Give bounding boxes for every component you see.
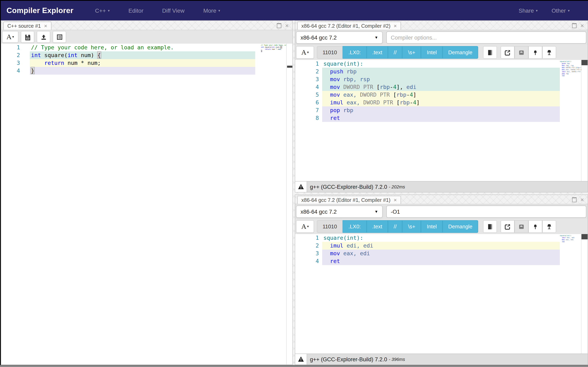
line-number: 8 — [295, 114, 322, 122]
asm-code[interactable]: 1square(int):2 imul edi, edi3 mov eax, e… — [295, 234, 588, 265]
maximize-icon[interactable] — [572, 23, 577, 28]
line-number: 3 — [295, 75, 322, 83]
tree-view-button[interactable] — [528, 220, 542, 233]
lamp-button[interactable] — [542, 46, 556, 59]
nav-item-other[interactable]: Other▾ — [545, 1, 577, 20]
close-icon[interactable]: × — [580, 197, 584, 202]
examples-list-button[interactable] — [53, 31, 66, 43]
filter-labels[interactable]: .LX0: — [343, 220, 366, 233]
filter-demangle[interactable]: Demangle — [442, 220, 478, 233]
minimap[interactable]: // Type your code here, or load an examp… — [261, 44, 288, 52]
minimap[interactable]: square(int): imul edi, edi mov eax, edi … — [560, 234, 582, 243]
asm-output-editor[interactable]: 1square(int):2 imul edi, edi3 mov eax, e… — [295, 234, 588, 354]
filter-comments[interactable]: // — [388, 220, 402, 233]
code-line[interactable]: 1square(int): — [295, 234, 560, 242]
nav-item-diff-view[interactable]: Diff View — [153, 1, 194, 20]
tab-close-icon[interactable]: × — [394, 24, 397, 28]
load-file-button[interactable] — [37, 31, 50, 43]
tab-close-icon[interactable]: × — [394, 198, 397, 202]
filter-whitespace[interactable]: \s+ — [402, 46, 421, 59]
filter-binary[interactable]: 11010 — [317, 220, 343, 233]
libraries-button[interactable] — [483, 220, 497, 233]
code-line[interactable]: 6 imul eax, DWORD PTR [rbp-4] — [295, 99, 560, 106]
code-line[interactable]: 1square(int): — [295, 60, 560, 68]
filter-labels[interactable]: .LX0: — [343, 46, 366, 59]
nav-item-editor[interactable]: Editor — [119, 1, 153, 20]
book-icon — [487, 223, 493, 230]
code-line[interactable]: 3 return num * num; — [1, 59, 255, 67]
compiler-options-input[interactable] — [386, 31, 586, 44]
code-line[interactable]: 8 ret — [295, 114, 560, 122]
compiler-select[interactable]: x86-64 gcc 7.2 ▼ — [296, 31, 383, 44]
source-code[interactable]: 1// Type your code here, or load an exam… — [1, 44, 292, 75]
scrollbar-slider[interactable] — [581, 60, 588, 65]
tree-view-button[interactable] — [528, 46, 542, 59]
asm-code[interactable]: 1square(int):2 push rbp3 mov rbp, rsp4 m… — [295, 60, 588, 122]
caret-down-icon: ▾ — [108, 8, 110, 13]
filter-binary[interactable]: 11010 — [317, 46, 343, 59]
compiler-select[interactable]: x86-64 gcc 7.2 ▼ — [296, 206, 383, 218]
scrollbar[interactable] — [581, 234, 588, 354]
maximize-icon[interactable] — [277, 23, 281, 28]
nav-item-more[interactable]: More▾ — [194, 1, 229, 20]
warning-button[interactable] — [295, 354, 307, 365]
code-line[interactable]: 3 mov eax, edi — [295, 250, 560, 257]
code-line[interactable]: 4} — [1, 67, 255, 75]
minimap[interactable]: square(int): push rbp mov rbp, rsp mov D… — [560, 60, 582, 77]
close-icon[interactable]: × — [285, 23, 289, 28]
code-line[interactable]: 4 mov DWORD PTR [rbp-4], edi — [295, 83, 560, 91]
font-size-button[interactable]: A▾ — [296, 46, 314, 59]
maximize-icon[interactable] — [572, 197, 577, 202]
dropdown-arrow-icon: ▼ — [374, 35, 378, 40]
code-line[interactable]: 3 mov rbp, rsp — [295, 75, 560, 83]
timing-button[interactable] — [515, 46, 528, 59]
window-controls: × — [572, 23, 588, 30]
filter-directives[interactable]: .text — [366, 46, 388, 59]
dropdown-arrow-icon: ▼ — [374, 210, 378, 214]
filter-demangle[interactable]: Demangle — [442, 46, 478, 59]
filter-intel[interactable]: Intel — [421, 46, 442, 59]
compiler-options-input[interactable] — [386, 206, 586, 218]
tab-label: C++ source #1 — [7, 23, 41, 29]
filter-intel[interactable]: Intel — [421, 220, 442, 233]
filter-directives[interactable]: .text — [366, 220, 388, 233]
code-line[interactable]: 1// Type your code here, or load an exam… — [1, 44, 255, 51]
warning-icon — [298, 356, 304, 363]
caret-down-icon: ▾ — [536, 8, 538, 13]
source-editor[interactable]: 1// Type your code here, or load an exam… — [1, 44, 292, 365]
floppy-icon — [24, 34, 31, 40]
code-line[interactable]: 2int square(int num) { — [1, 51, 255, 59]
close-icon[interactable]: × — [580, 23, 584, 28]
font-size-button[interactable]: A▾ — [2, 31, 18, 43]
timing-button[interactable] — [515, 220, 528, 233]
tab-close-icon[interactable]: × — [44, 24, 47, 28]
line-number: 6 — [295, 99, 322, 106]
nav-item-share[interactable]: Share▾ — [512, 1, 545, 20]
save-button[interactable] — [21, 31, 34, 43]
font-size-button[interactable]: A▾ — [296, 220, 314, 233]
nav-item-c-[interactable]: C++▾ — [86, 1, 119, 20]
code-line[interactable]: 7 pop rbp — [295, 106, 560, 114]
code-line[interactable]: 5 mov eax, DWORD PTR [rbp-4] — [295, 91, 560, 99]
code-line[interactable]: 4 ret — [295, 257, 560, 265]
code-line[interactable]: 2 imul edi, edi — [295, 242, 560, 250]
scrollbar[interactable] — [286, 44, 292, 365]
line-number: 2 — [295, 68, 322, 75]
open-new-window-button[interactable] — [501, 46, 515, 59]
compiler1-filter-toolbar: A▾ 11010.LX0:.text//\s+IntelDemangle — [295, 219, 588, 234]
open-new-window-button[interactable] — [501, 220, 515, 233]
scrollbar-slider[interactable] — [581, 234, 588, 239]
scrollbar[interactable] — [581, 60, 588, 181]
filter-comments[interactable]: // — [388, 46, 402, 59]
scale-icon — [518, 223, 525, 230]
filter-whitespace[interactable]: \s+ — [402, 220, 421, 233]
app-title: Compiler Explorer — [7, 6, 73, 15]
lamp-button[interactable] — [542, 220, 556, 233]
tab-compiler-2[interactable]: x86-64 gcc 7.2 (Editor #1, Compiler #2) … — [297, 22, 401, 30]
tab-compiler-1[interactable]: x86-64 gcc 7.2 (Editor #1, Compiler #1) … — [297, 196, 401, 204]
asm-output-editor[interactable]: 1square(int):2 push rbp3 mov rbp, rsp4 m… — [295, 60, 588, 181]
libraries-button[interactable] — [483, 46, 497, 59]
tab-source[interactable]: C++ source #1 × — [3, 22, 51, 30]
warning-button[interactable] — [295, 182, 307, 192]
code-line[interactable]: 2 push rbp — [295, 68, 560, 75]
